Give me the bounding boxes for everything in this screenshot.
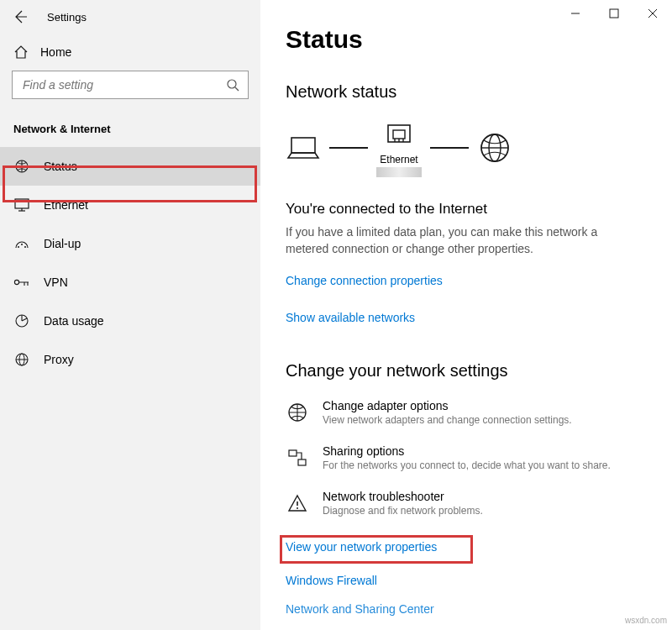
svg-rect-3 [15, 199, 29, 208]
titlebar: Settings [0, 0, 260, 34]
svg-line-1 [235, 87, 239, 91]
sidebar-item-status[interactable]: Status [0, 147, 260, 186]
nav-label: VPN [44, 276, 68, 289]
search-wrap [0, 71, 260, 104]
connected-title: You're connected to the Internet [286, 201, 647, 218]
link-view-network-properties[interactable]: View your network properties [286, 535, 647, 559]
minimize-button[interactable] [556, 0, 595, 27]
back-button[interactable] [7, 3, 34, 30]
svg-point-28 [297, 507, 298, 509]
link-network-sharing-center[interactable]: Network and Sharing Center [286, 602, 647, 616]
search-icon [226, 78, 239, 92]
svg-rect-20 [393, 130, 405, 139]
svg-rect-18 [291, 138, 315, 153]
option-desc: For the networks you connect to, decide … [323, 459, 611, 471]
page-title: Status [286, 25, 647, 54]
option-change-adapter[interactable]: Change adapter options View network adap… [286, 399, 647, 426]
nav-label: Proxy [44, 353, 74, 366]
sidebar-item-ethernet[interactable]: Ethernet [0, 186, 260, 224]
svg-rect-25 [289, 450, 297, 456]
nav-label: Ethernet [44, 198, 88, 212]
connector-line [430, 147, 469, 149]
sidebar-item-vpn[interactable]: VPN [0, 263, 260, 302]
connector-line [329, 147, 368, 149]
laptop-icon [286, 132, 321, 164]
svg-rect-15 [610, 9, 618, 18]
ethernet-icon [381, 118, 417, 150]
option-desc: Diagnose and fix network problems. [323, 505, 483, 517]
watermark: wsxdn.com [625, 616, 667, 625]
nav-label: Data usage [44, 314, 104, 328]
svg-point-9 [14, 280, 18, 284]
change-network-settings-heading: Change your network settings [286, 361, 647, 381]
maximize-button[interactable] [595, 0, 633, 27]
nav-label: Status [44, 160, 77, 173]
svg-rect-26 [298, 459, 306, 465]
sidebar-item-proxy[interactable]: Proxy [0, 340, 260, 379]
globe-grid-icon [13, 158, 30, 175]
connected-desc: If you have a limited data plan, you can… [286, 224, 638, 257]
warning-icon [286, 491, 309, 515]
internet-globe-icon [477, 132, 512, 164]
option-title: Network troubleshooter [323, 490, 483, 503]
option-sharing[interactable]: Sharing options For the networks you con… [286, 444, 647, 471]
close-button[interactable] [633, 0, 672, 27]
option-title: Sharing options [323, 444, 611, 458]
svg-point-0 [228, 80, 236, 88]
sidebar-home[interactable]: Home [0, 34, 260, 71]
svg-point-8 [24, 246, 26, 248]
sidebar: Settings Home Network & Internet Status [0, 0, 260, 630]
option-title: Change adapter options [323, 399, 572, 412]
option-troubleshooter[interactable]: Network troubleshooter Diagnose and fix … [286, 490, 647, 517]
settings-window: Settings Home Network & Internet Status [0, 0, 672, 630]
option-desc: View network adapters and change connect… [323, 414, 572, 426]
diagram-sub-blur [376, 167, 422, 177]
nav-label: Dial-up [44, 237, 81, 250]
link-change-connection-properties[interactable]: Change connection properties [286, 274, 647, 287]
sidebar-item-datausage[interactable]: Data usage [0, 302, 260, 340]
ethernet-node: Ethernet [376, 118, 422, 177]
sidebar-section-label: Network & Internet [0, 104, 260, 147]
monitor-icon [13, 197, 30, 213]
diagram-label: Ethernet [380, 154, 417, 165]
arrow-left-icon [13, 9, 28, 24]
app-title: Settings [47, 11, 87, 24]
home-label: Home [40, 45, 71, 59]
window-controls [556, 0, 672, 27]
network-status-heading: Network status [286, 82, 647, 102]
sharing-icon [286, 446, 309, 470]
svg-point-7 [21, 244, 23, 245]
home-icon [13, 45, 29, 60]
globe-grid-icon [286, 401, 309, 424]
vpn-icon [13, 274, 30, 291]
dial-icon [13, 235, 30, 252]
sidebar-item-dialup[interactable]: Dial-up [0, 224, 260, 263]
main-content: Status Network status Ethernet You're co… [260, 0, 672, 630]
pie-icon [13, 312, 30, 329]
search-input[interactable] [21, 77, 226, 92]
globe-icon [13, 351, 30, 368]
link-windows-firewall[interactable]: Windows Firewall [286, 574, 647, 587]
svg-point-6 [18, 246, 19, 248]
network-diagram: Ethernet [286, 118, 647, 177]
link-show-available-networks[interactable]: Show available networks [286, 311, 647, 324]
search-box[interactable] [12, 71, 249, 99]
